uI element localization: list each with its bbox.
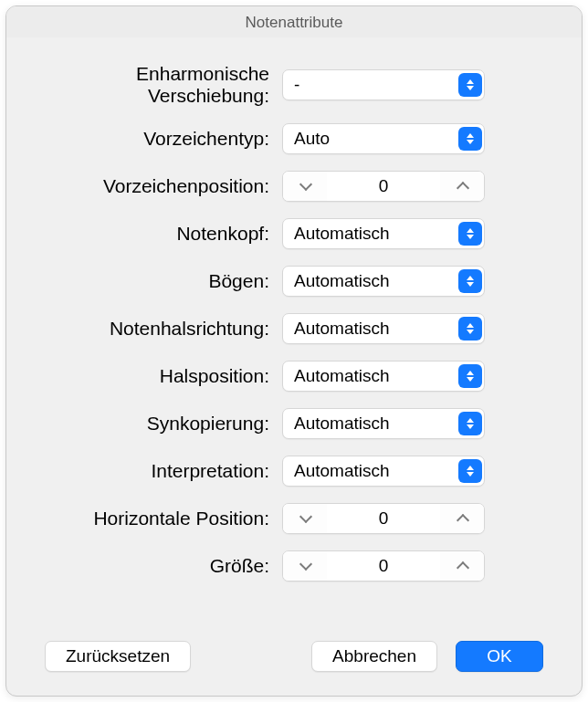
syncopation-label: Synkopierung:	[45, 413, 269, 435]
accidental-position-decrement[interactable]	[283, 172, 327, 201]
stem-direction-label: Notenhalsrichtung:	[45, 318, 269, 340]
size-value[interactable]: 0	[327, 556, 440, 576]
updown-caret-icon	[458, 412, 482, 435]
horizontal-position-label: Horizontale Position:	[45, 508, 269, 529]
accidental-position-stepper: 0	[282, 171, 485, 202]
updown-caret-icon	[458, 222, 482, 246]
horizontal-position-stepper: 0	[282, 503, 485, 534]
size-label: Größe:	[45, 555, 269, 577]
accidental-position-label: Vorzeichenposition:	[45, 175, 269, 197]
horizontal-position-value[interactable]: 0	[327, 508, 440, 529]
stem-direction-select[interactable]: Automatisch	[282, 313, 485, 344]
size-increment[interactable]	[440, 551, 484, 581]
enharmonic-shift-select[interactable]: -	[282, 69, 485, 100]
updown-caret-icon	[458, 364, 482, 388]
notehead-value: Automatisch	[294, 224, 458, 244]
chevron-up-icon	[457, 513, 467, 524]
note-attributes-dialog: Notenattribute Enharmonische Verschiebun…	[5, 5, 583, 697]
stem-direction-value: Automatisch	[294, 319, 458, 339]
notehead-select[interactable]: Automatisch	[282, 218, 485, 249]
accidental-type-value: Auto	[294, 129, 458, 149]
enharmonic-shift-value: -	[294, 75, 458, 95]
reset-button[interactable]: Zurücksetzen	[45, 641, 191, 672]
interpretation-select[interactable]: Automatisch	[282, 456, 485, 487]
syncopation-select[interactable]: Automatisch	[282, 408, 485, 439]
syncopation-value: Automatisch	[294, 414, 458, 434]
enharmonic-shift-label: Enharmonische Verschiebung:	[45, 63, 269, 107]
chevron-down-icon	[299, 181, 310, 192]
stem-position-select[interactable]: Automatisch	[282, 361, 485, 392]
accidental-type-label: Vorzeichentyp:	[45, 128, 269, 150]
chevron-down-icon	[299, 513, 310, 524]
accidental-position-increment[interactable]	[440, 172, 484, 201]
chevron-up-icon	[457, 181, 467, 192]
horizontal-position-increment[interactable]	[440, 504, 484, 533]
cancel-button[interactable]: Abbrechen	[311, 641, 437, 672]
accidental-type-select[interactable]: Auto	[282, 123, 485, 154]
accidental-position-value[interactable]: 0	[327, 176, 440, 196]
interpretation-value: Automatisch	[294, 461, 458, 481]
chevron-down-icon	[299, 561, 310, 571]
updown-caret-icon	[458, 317, 482, 341]
chevron-up-icon	[457, 561, 467, 571]
form-content: Enharmonische Verschiebung: - Vorzeichen…	[6, 37, 582, 641]
interpretation-label: Interpretation:	[45, 460, 269, 482]
button-bar: Zurücksetzen Abbrechen OK	[6, 641, 582, 696]
updown-caret-icon	[458, 73, 482, 97]
updown-caret-icon	[458, 459, 482, 483]
updown-caret-icon	[458, 127, 482, 151]
size-decrement[interactable]	[283, 551, 327, 581]
ok-button[interactable]: OK	[456, 641, 543, 672]
stem-position-label: Halsposition:	[45, 365, 269, 387]
slurs-select[interactable]: Automatisch	[282, 266, 485, 297]
window-title: Notenattribute	[6, 6, 582, 37]
horizontal-position-decrement[interactable]	[283, 504, 327, 533]
slurs-value: Automatisch	[294, 271, 458, 291]
notehead-label: Notenkopf:	[45, 223, 269, 245]
slurs-label: Bögen:	[45, 270, 269, 292]
size-stepper: 0	[282, 550, 485, 582]
stem-position-value: Automatisch	[294, 366, 458, 386]
updown-caret-icon	[458, 269, 482, 293]
